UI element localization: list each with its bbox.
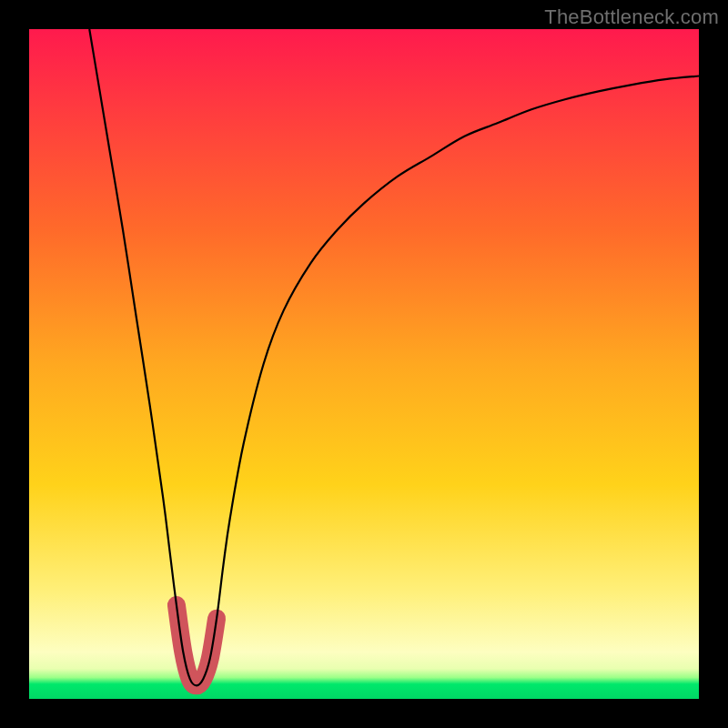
plot-svg	[29, 29, 699, 699]
plot-frame	[29, 29, 699, 699]
curve-line	[89, 29, 699, 685]
watermark-text: TheBottleneck.com	[544, 5, 719, 29]
